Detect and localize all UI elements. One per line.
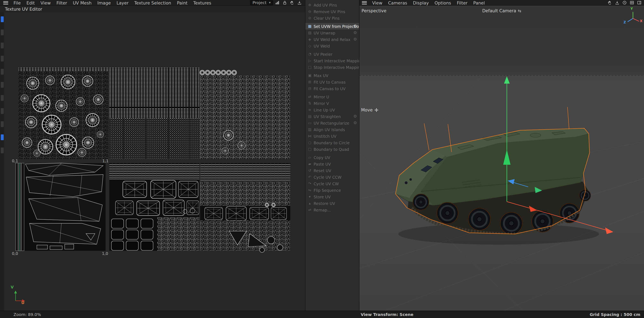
palette-item[interactable]: ⊕ Add UV Pins	[306, 2, 359, 8]
viewport-menubar: ViewCamerasDisplayOptionsFilterPanel	[360, 0, 644, 6]
viewport-camera-label[interactable]: Default Camera ⇆	[482, 8, 522, 13]
dock-tool-icon[interactable]	[0, 95, 4, 101]
gear-icon[interactable]: ⚙	[353, 37, 357, 42]
palette-item[interactable]: ▷ Start Interactive Mapping	[306, 57, 359, 64]
palette-item[interactable]: ▭ UV Rectangularize ⚙	[306, 120, 359, 126]
palette-item[interactable]: ○ Boundary to Circle	[306, 139, 359, 146]
dock-tool-icon[interactable]	[0, 17, 4, 22]
hand-icon[interactable]	[607, 0, 613, 5]
lock-icon[interactable]	[282, 0, 288, 5]
gear-icon[interactable]: ⚙	[353, 121, 357, 125]
download-icon[interactable]	[614, 0, 620, 5]
uv-label-11: 1,1	[102, 159, 108, 163]
history-icon[interactable]	[622, 0, 628, 5]
palette-item[interactable]: ↷ Cycle UV CW	[306, 180, 359, 187]
menu-item[interactable]: Edit	[24, 0, 38, 6]
menu-item[interactable]: Textures	[190, 0, 214, 6]
dock-tool-icon[interactable]	[0, 134, 4, 140]
palette-item-label: UV Unwrap	[314, 31, 335, 35]
project-dropdown[interactable]: Project ▾	[250, 0, 273, 5]
palette-item[interactable]: ⇅ Mirror V	[306, 100, 359, 107]
palette-item[interactable]: ≡ Line Up UV	[306, 107, 359, 113]
palette-item-label: UV Weld	[314, 44, 330, 48]
palette-item-label: Add UV Pins	[314, 3, 337, 7]
menu-item[interactable]: Paint	[174, 0, 190, 6]
uv-washer-chain	[200, 70, 237, 75]
menu-item[interactable]: View	[38, 0, 54, 6]
menu-item[interactable]: Panel	[470, 0, 488, 6]
menu-item[interactable]: Filter	[454, 0, 470, 6]
dock-tool-icon[interactable]	[0, 56, 4, 62]
palette-item[interactable]: ⇄ Mirror U	[306, 93, 359, 100]
palette-item[interactable]: ⋈ Unstitch UV	[306, 133, 359, 139]
menu-item[interactable]: Cameras	[385, 0, 410, 6]
menu-item[interactable]: UV Mesh	[70, 0, 94, 6]
vehicle-model[interactable]	[396, 107, 599, 245]
dock-tool-icon[interactable]	[0, 82, 4, 88]
hamburger-menu-icon[interactable]	[362, 1, 367, 4]
menu-item[interactable]: Layer	[114, 0, 132, 6]
palette-item[interactable]: ▦ Set UVW from Projection ⚙	[306, 23, 359, 30]
palette-item-label: Remove UV Pins	[314, 9, 345, 14]
menu-item[interactable]: Filter	[54, 0, 70, 6]
palette-item-icon: ▴	[308, 201, 312, 205]
palette-item[interactable]: ↺ Reset UV	[306, 167, 359, 174]
download-icon[interactable]	[296, 0, 302, 5]
viewport-3d[interactable]: Perspective Default Camera ⇆ Move Y X Z	[360, 6, 644, 311]
palette-item[interactable]: ⊟ Fit Canvas to UV	[306, 85, 359, 92]
palette-item-label: Clear UV Pins	[314, 16, 340, 20]
dock-tool-icon[interactable]	[0, 30, 4, 35]
menu-item[interactable]: Image	[94, 0, 114, 6]
camera-toggle-icon[interactable]: ⇆	[518, 9, 522, 13]
palette-item-label: Start Interactive Mapping	[314, 58, 359, 63]
palette-item-label: Mirror V	[314, 101, 329, 106]
dock-tool-icon[interactable]	[0, 69, 4, 75]
palette-item[interactable]: ▰ Paste UV	[306, 161, 359, 167]
palette-item[interactable]: ◈ UV Weld and Relax ⚙	[306, 36, 359, 43]
palette-item[interactable]: □ Stop Interactive Mapping	[306, 64, 359, 71]
dock-tool-icon[interactable]	[0, 43, 4, 48]
palette-item[interactable]: ◔ UV Peeler	[306, 51, 359, 57]
uv-label-10: 1,0	[102, 252, 108, 256]
chart-icon[interactable]	[274, 0, 280, 5]
viewport-panel: ViewCamerasDisplayOptionsFilterPanel	[359, 0, 644, 318]
palette-item[interactable]: ▥ Align UV Islands	[306, 126, 359, 133]
gear-icon[interactable]: ⚙	[353, 24, 357, 29]
palette-item[interactable]: ⇌ Remap...	[306, 206, 359, 213]
palette-item[interactable]: ▤ UV Straighten ⚙	[306, 113, 359, 120]
palette-item-label: Fit Canvas to UV	[314, 86, 346, 91]
palette-item[interactable]: ▨ UV Unwrap ⚙	[306, 30, 359, 36]
viewport-view-label[interactable]: Perspective	[362, 8, 386, 13]
menu-item[interactable]: Texture Selection	[132, 0, 174, 6]
gear-icon[interactable]: ⚙	[353, 114, 357, 119]
uv-editor-menu: FileEditViewFilterUV MeshImageLayerTextu…	[11, 0, 214, 6]
palette-item[interactable]: ↶ Cycle UV CCW	[306, 174, 359, 180]
palette-item[interactable]: ▱ Copy UV	[306, 154, 359, 161]
palette-item[interactable]: ▾ Store UV	[306, 193, 359, 200]
menu-item[interactable]: View	[369, 0, 385, 6]
hamburger-menu-icon[interactable]	[3, 1, 8, 4]
dock-tool-icon[interactable]	[0, 108, 4, 114]
menu-item[interactable]: File	[11, 0, 24, 6]
uv-canvas[interactable]: 0,1 1,1 0,0 1,0 V U	[0, 12, 305, 311]
palette-item[interactable]: ▴ Restore UV	[306, 200, 359, 206]
hand-icon[interactable]	[289, 0, 295, 5]
layout-grid-icon[interactable]	[629, 0, 635, 5]
uv-axis-v-label: V	[11, 285, 14, 289]
palette-item-icon: ▭	[308, 121, 312, 125]
dock-tool-icon[interactable]	[0, 121, 4, 127]
panel-toggle-icon[interactable]	[636, 0, 642, 5]
menu-item[interactable]: Display	[410, 0, 432, 6]
palette-item[interactable]: ▢ Boundary to Quad	[306, 146, 359, 152]
palette-item[interactable]: ◇ UV Weld	[306, 43, 359, 49]
palette-item-label: Boundary to Quad	[314, 147, 349, 151]
palette-item[interactable]: ⊞ Fit UV to Canvas	[306, 79, 359, 85]
menu-item[interactable]: Options	[432, 0, 454, 6]
palette-item[interactable]: ▣ Max UV	[306, 72, 359, 79]
palette-item[interactable]: ⇋ Flip Sequence	[306, 187, 359, 193]
gear-icon[interactable]: ⚙	[353, 30, 357, 35]
grid-spacing-status: Grid Spacing : 500 cm	[590, 312, 640, 317]
palette-item[interactable]: ⊖ Remove UV Pins	[306, 8, 359, 15]
palette-item[interactable]: ⊘ Clear UV Pins	[306, 15, 359, 21]
dock-tool-icon[interactable]	[0, 148, 4, 153]
